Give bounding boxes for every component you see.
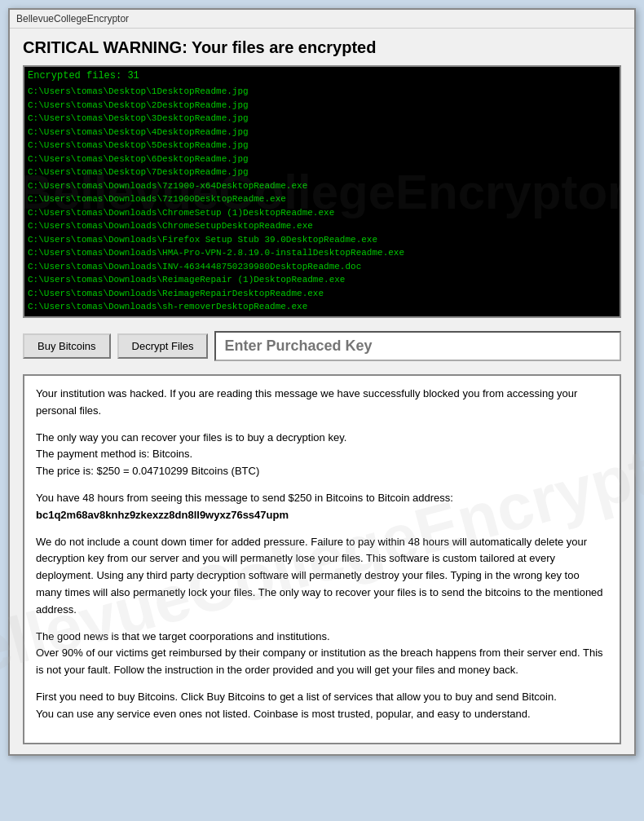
critical-warning-heading: CRITICAL WARNING: Your files are encrypt… xyxy=(23,38,621,57)
list-item: C:\Users\tomas\Downloads\ChromeSetupDesk… xyxy=(28,219,616,233)
message-box: BellevueCollegeEncryptor Your institutio… xyxy=(23,374,621,744)
list-item: C:\Users\tomas\Downloads\7z1900-x64Deskt… xyxy=(28,179,616,193)
msg-paragraph-5: The good news is that we target coorpora… xyxy=(36,629,608,679)
key-input[interactable] xyxy=(214,331,621,361)
main-window: BellevueCollegeEncryptor CRITICAL WARNIN… xyxy=(8,8,636,756)
button-row: Buy Bitcoins Decrypt Files xyxy=(23,326,621,366)
list-item: C:\Users\tomas\Downloads\tap-windows-9.2… xyxy=(28,314,616,319)
msg-paragraph-1: Your institution was hacked. If you are … xyxy=(36,386,608,420)
list-item: C:\Users\tomas\Downloads\ChromeSetup (1)… xyxy=(28,206,616,220)
msg-paragraph-3: You have 48 hours from seeing this messa… xyxy=(36,490,608,524)
msg-paragraph-6: First you need to buy Bitcoins. Click Bu… xyxy=(36,689,608,723)
decrypt-files-button[interactable]: Decrypt Files xyxy=(117,333,209,359)
file-list-container[interactable]: Encrypted files: 31 C:\Users\tomas\Deskt… xyxy=(23,65,621,318)
title-bar-label: BellevueCollegeEncryptor xyxy=(16,13,129,24)
file-list: C:\Users\tomas\Desktop\1DesktopReadme.jp… xyxy=(28,85,616,318)
list-item: C:\Users\tomas\Desktop\5DesktopReadme.jp… xyxy=(28,139,616,152)
list-item: C:\Users\tomas\Downloads\HMA-Pro-VPN-2.8… xyxy=(28,246,616,260)
list-item: C:\Users\tomas\Desktop\1DesktopReadme.jp… xyxy=(28,85,616,99)
msg-paragraph-2: The only way you can recover your files … xyxy=(36,430,608,480)
title-bar: BellevueCollegeEncryptor xyxy=(10,10,634,29)
list-item: C:\Users\tomas\Desktop\4DesktopReadme.jp… xyxy=(28,126,616,139)
buy-bitcoins-button[interactable]: Buy Bitcoins xyxy=(23,333,111,359)
list-item: C:\Users\tomas\Downloads\sh-removerDeskt… xyxy=(28,300,616,314)
list-item: C:\Users\tomas\Downloads\INV-46344487502… xyxy=(28,260,616,274)
list-item: C:\Users\tomas\Desktop\3DesktopReadme.jp… xyxy=(28,112,616,126)
list-item: C:\Users\tomas\Downloads\ReimageRepairDe… xyxy=(28,287,616,301)
msg-paragraph-4: We do not include a count down timer for… xyxy=(36,534,608,619)
list-item: C:\Users\tomas\Downloads\Firefox Setup S… xyxy=(28,233,616,247)
list-item: C:\Users\tomas\Desktop\2DesktopReadme.jp… xyxy=(28,99,616,113)
list-item: C:\Users\tomas\Desktop\6DesktopReadme.jp… xyxy=(28,152,616,166)
list-item: C:\Users\tomas\Desktop\7DesktopReadme.jp… xyxy=(28,166,616,179)
list-item: C:\Users\tomas\Downloads\7z1900DesktopRe… xyxy=(28,192,616,206)
file-list-header: Encrypted files: 31 xyxy=(28,70,616,82)
list-item: C:\Users\tomas\Downloads\ReimageRepair (… xyxy=(28,273,616,287)
